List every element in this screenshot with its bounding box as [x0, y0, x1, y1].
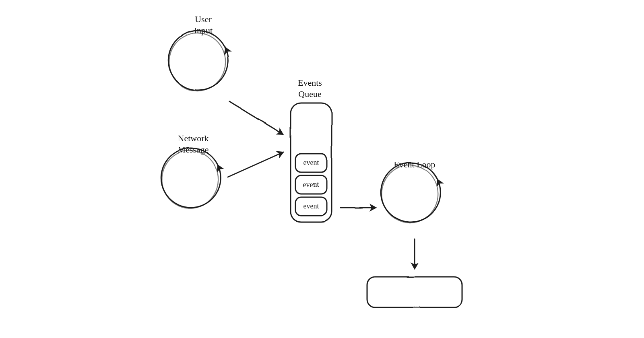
queue-item-0-label: event [303, 159, 319, 167]
diagram-svg: event event event [0, 0, 644, 338]
svg-rect-4 [367, 277, 462, 307]
queue-item-1-label: event [303, 180, 319, 188]
network-message-node [161, 148, 221, 208]
events-queue-node: event event event [291, 103, 332, 222]
edge-network-to-queue [228, 152, 283, 177]
queue-item-1: event [295, 175, 327, 194]
event-loop-node [381, 163, 440, 223]
user-input-node [168, 31, 228, 91]
screen-node [367, 277, 462, 307]
edge-userinput-to-queue [229, 101, 283, 134]
queue-item-2-label: event [303, 202, 319, 210]
queue-item-0: event [295, 154, 327, 172]
diagram-canvas: User Input Network Message Events Queue … [0, 0, 644, 338]
queue-item-2: event [295, 197, 327, 216]
